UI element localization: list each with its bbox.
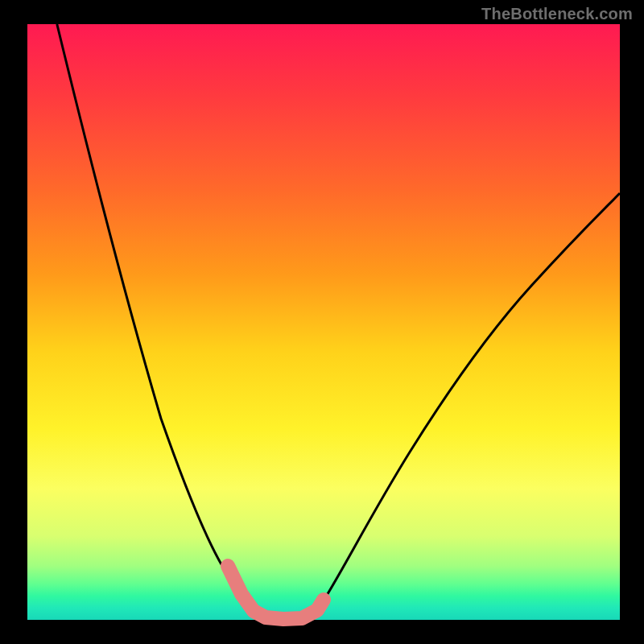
plot-area <box>27 24 620 620</box>
bottleneck-chart <box>0 0 644 644</box>
chart-container: TheBottleneck.com <box>0 0 644 644</box>
watermark-label: TheBottleneck.com <box>481 5 633 23</box>
